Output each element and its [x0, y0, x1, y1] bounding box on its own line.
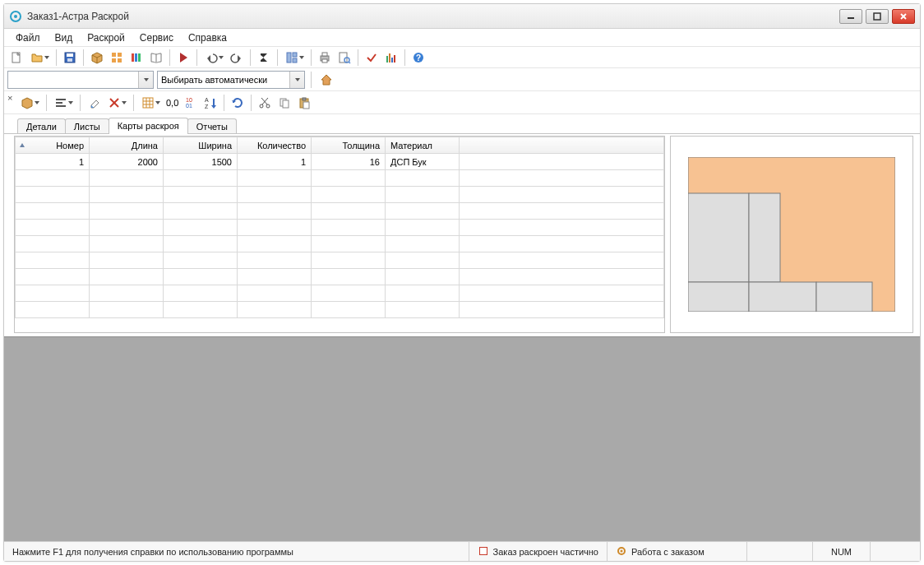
svg-point-59	[266, 104, 270, 108]
status-empty2	[871, 542, 920, 561]
svg-marker-67	[20, 143, 25, 147]
svg-rect-33	[391, 58, 393, 63]
combo-material[interactable]	[7, 71, 154, 89]
preview-pane	[670, 136, 913, 333]
svg-rect-12	[118, 53, 122, 57]
grid-icon[interactable]	[108, 49, 126, 67]
menu-file[interactable]: Файл	[9, 30, 47, 45]
svg-text:A: A	[205, 97, 209, 103]
svg-rect-23	[293, 53, 297, 57]
maximize-button[interactable]	[866, 9, 889, 24]
app-icon	[9, 10, 22, 23]
svg-rect-31	[386, 56, 388, 63]
col-width[interactable]: Ширина	[164, 137, 238, 154]
svg-marker-37	[144, 78, 149, 81]
svg-rect-63	[283, 100, 289, 108]
table-row[interactable]: 1 2000 1500 1 16 ДСП Бук	[16, 154, 664, 170]
status-mode: Работа с заказом	[608, 542, 747, 561]
book-red-icon	[478, 545, 489, 558]
table-row	[16, 285, 664, 302]
redo-icon[interactable]	[228, 49, 246, 67]
sigma-icon[interactable]	[255, 49, 273, 67]
check-icon[interactable]	[363, 49, 381, 67]
col-material[interactable]: Материал	[386, 137, 460, 154]
col-number[interactable]: Номер	[16, 137, 90, 154]
print-icon[interactable]	[316, 49, 334, 67]
panel-close-icon[interactable]: ×	[7, 93, 16, 103]
table-pane: Номер Длина Ширина Количество Толщина Ма…	[14, 136, 665, 333]
svg-rect-66	[303, 102, 309, 109]
box-icon[interactable]	[88, 49, 106, 67]
books-icon[interactable]	[127, 49, 146, 67]
minimize-button[interactable]	[839, 9, 862, 24]
status-cutting: Заказ раскроен частично	[469, 542, 608, 561]
menu-service[interactable]: Сервис	[133, 30, 180, 45]
app-window: Заказ1-Астра Раскрой Файл Вид Раскрой Се…	[3, 3, 921, 562]
open-icon[interactable]	[27, 49, 52, 67]
align-icon[interactable]	[51, 94, 76, 112]
paste-icon[interactable]	[295, 94, 313, 112]
col-length[interactable]: Длина	[90, 137, 164, 154]
menu-view[interactable]: Вид	[49, 30, 80, 45]
run-icon[interactable]	[174, 49, 192, 67]
refresh-icon[interactable]	[229, 94, 247, 112]
book-open-icon[interactable]	[147, 49, 165, 67]
bars-icon[interactable]	[382, 49, 400, 67]
decimals-icon[interactable]: 1001	[182, 94, 200, 112]
cut-icon[interactable]	[256, 94, 274, 112]
cutting-table[interactable]: Номер Длина Ширина Количество Толщина Ма…	[15, 137, 664, 318]
boxes-icon[interactable]	[17, 94, 42, 112]
svg-rect-27	[322, 59, 327, 63]
svg-rect-70	[749, 193, 780, 282]
title-bar: Заказ1-Астра Раскрой	[4, 4, 920, 29]
svg-line-30	[349, 62, 350, 63]
status-hint: Нажмите F1 для получения справки по испо…	[4, 542, 469, 561]
menu-help[interactable]: Справка	[182, 30, 233, 45]
col-thickness[interactable]: Толщина	[312, 137, 386, 154]
close-button[interactable]	[892, 9, 915, 24]
delete-icon[interactable]	[104, 94, 129, 112]
table-icon[interactable]	[138, 94, 163, 112]
undo-icon[interactable]	[201, 49, 226, 67]
tab-reports[interactable]: Отчеты	[187, 118, 237, 134]
save-icon[interactable]	[61, 49, 79, 67]
svg-rect-10	[67, 58, 72, 62]
col-qty[interactable]: Количество	[238, 137, 312, 154]
svg-line-60	[262, 98, 268, 104]
copy-icon[interactable]	[275, 94, 293, 112]
tab-details[interactable]: Детали	[17, 118, 66, 134]
eraser-icon[interactable]	[85, 94, 103, 112]
sort-az-icon[interactable]: AZ	[201, 94, 219, 112]
svg-text:?: ?	[416, 53, 421, 63]
table-row	[16, 203, 664, 220]
edit-toolbar: × 0,0 1001 AZ	[4, 91, 920, 114]
tab-cutting-maps[interactable]: Карты раскроя	[109, 118, 188, 134]
table-row	[16, 187, 664, 203]
table-row	[16, 236, 664, 252]
svg-rect-47	[143, 98, 153, 108]
svg-rect-24	[293, 58, 297, 63]
status-bar: Нажмите F1 для получения справки по испо…	[4, 541, 920, 561]
help-icon[interactable]: ?	[409, 49, 427, 67]
svg-marker-19	[180, 53, 187, 63]
status-empty1	[747, 542, 813, 561]
menu-cutting[interactable]: Раскрой	[81, 30, 132, 45]
svg-rect-26	[322, 53, 327, 56]
table-row	[16, 302, 664, 318]
tab-sheets[interactable]: Листы	[65, 118, 109, 134]
svg-rect-14	[118, 58, 122, 63]
layout-icon[interactable]	[282, 49, 307, 67]
status-numlock: NUM	[813, 542, 871, 561]
tabs: Детали Листы Карты раскроя Отчеты	[4, 114, 920, 134]
col-spacer	[460, 137, 664, 154]
table-row	[16, 269, 664, 285]
home-icon[interactable]	[317, 71, 335, 89]
svg-text:01: 01	[186, 103, 192, 109]
table-row	[16, 252, 664, 269]
combo-mode[interactable]: Выбирать автоматически	[157, 71, 305, 89]
combo-mode-value: Выбирать автоматически	[161, 75, 267, 85]
svg-rect-32	[389, 53, 390, 63]
svg-rect-17	[138, 53, 141, 62]
new-icon[interactable]	[7, 49, 25, 67]
preview-icon[interactable]	[335, 49, 353, 67]
